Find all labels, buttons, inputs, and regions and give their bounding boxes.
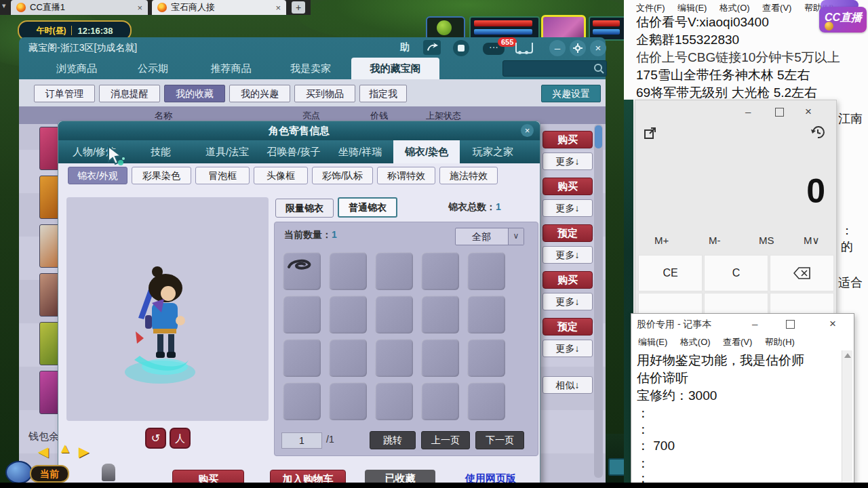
scrollbar-thumb[interactable]	[595, 125, 602, 148]
browser-tab-cc-live[interactable]: CC直播1 ×	[11, 0, 148, 15]
wardrobe-cell-empty[interactable]	[375, 339, 413, 377]
wardrobe-cell-empty[interactable]	[329, 252, 367, 290]
browser-tab-gem-trader[interactable]: 宝石商人接 ×	[152, 0, 286, 15]
search-input[interactable]	[502, 60, 607, 77]
menu-format[interactable]: 格式(O)	[680, 337, 711, 347]
keep-on-top-icon[interactable]	[644, 126, 657, 140]
menu-edit[interactable]: 编辑(E)	[677, 3, 707, 13]
jump-page-button[interactable]: 跳转	[370, 431, 416, 449]
wardrobe-cell-empty[interactable]	[421, 339, 459, 377]
wardrobe-cell-empty[interactable]	[467, 382, 505, 420]
subnav-my-interests[interactable]: 我的兴趣	[229, 85, 290, 102]
row-buy-button[interactable]: 购买	[542, 178, 593, 195]
tab-skills[interactable]: 技能	[127, 140, 194, 163]
wardrobe-cell-empty[interactable]	[421, 252, 459, 290]
wardrobe-cell-empty[interactable]	[467, 296, 505, 333]
subnav-bought-items[interactable]: 买到物品	[294, 85, 355, 102]
close-button[interactable]: ×	[590, 40, 606, 56]
tab-pets[interactable]: 召唤兽/孩子	[260, 140, 327, 163]
wardrobe-cell-empty[interactable]	[283, 339, 321, 377]
calc-minimize-button[interactable]: –	[745, 106, 751, 117]
share-icon[interactable]	[423, 40, 441, 55]
backspace-key[interactable]	[770, 255, 834, 291]
tab-items[interactable]: 道具/法宝	[194, 140, 260, 163]
use-web-version-link[interactable]: 使用网页版	[465, 472, 516, 483]
calc-key-partial[interactable]	[638, 293, 703, 314]
wardrobe-cell-empty[interactable]	[283, 296, 321, 333]
filter-dropdown[interactable]: 全部 ∨	[455, 228, 524, 245]
subtab-wardrobe-appearance[interactable]: 锦衣/外观	[68, 167, 127, 184]
notepad-maximize-button[interactable]	[786, 320, 795, 329]
subnav-assigned-to-me[interactable]: 指定我	[359, 85, 407, 102]
nav-my-cbg[interactable]: 我的藏宝阁	[351, 58, 439, 79]
wardrobe-cell-empty[interactable]	[375, 252, 413, 290]
nav-public-period[interactable]: 公示期	[117, 58, 189, 79]
new-tab-button[interactable]: +	[292, 1, 305, 14]
menu-view[interactable]: 查看(V)	[723, 337, 752, 347]
nav-browse-goods[interactable]: 浏览商品	[39, 58, 114, 79]
row-more-button[interactable]: 更多↓	[542, 152, 593, 170]
pose-model-button[interactable]: 人	[170, 428, 191, 449]
memory-subtract-button[interactable]: M-	[709, 235, 721, 246]
notepad-scrollbar[interactable]	[842, 350, 852, 482]
subtab-team-badge[interactable]: 彩饰/队标	[312, 167, 373, 184]
row-more-button[interactable]: 更多↓	[542, 293, 593, 310]
row-similar-button[interactable]: 相似↓	[542, 376, 593, 394]
limited-clothes-tab[interactable]: 限量锦衣	[275, 199, 334, 218]
memory-add-button[interactable]: M+	[654, 235, 669, 246]
tab-close-icon[interactable]: ×	[137, 3, 142, 13]
row-more-button[interactable]: 更多↓	[542, 199, 593, 217]
cart-icon[interactable]	[515, 43, 533, 54]
tab-close-icon[interactable]: ×	[275, 3, 281, 13]
subtab-avatar-frame[interactable]: 头像框	[254, 167, 308, 184]
menu-format[interactable]: 格式(O)	[719, 3, 750, 13]
menu-edit[interactable]: 编辑(E)	[638, 337, 667, 347]
menu-view[interactable]: 查看(V)	[762, 3, 791, 13]
nav-i-am-seller[interactable]: 我是卖家	[273, 58, 348, 79]
arrow-up-icon[interactable]: ▲	[58, 441, 72, 456]
wardrobe-cell-empty[interactable]	[467, 339, 505, 377]
wardrobe-cell-empty[interactable]	[421, 382, 459, 420]
tab-mounts[interactable]: 坐骑/祥瑞	[327, 140, 393, 163]
prev-page-button[interactable]: 上一页	[421, 431, 470, 449]
subtab-title-effect[interactable]: 称谓特效	[377, 167, 435, 184]
current-channel-badge[interactable]: 当前	[30, 465, 69, 483]
page-input[interactable]: 1	[281, 432, 322, 449]
arrow-right-icon[interactable]: ▶	[79, 443, 89, 460]
clear-key[interactable]: C	[704, 255, 768, 291]
wardrobe-cell-empty[interactable]	[329, 296, 367, 333]
wardrobe-cell-empty[interactable]	[329, 339, 367, 377]
settings-gear-button[interactable]	[570, 40, 586, 56]
history-icon[interactable]	[810, 125, 825, 140]
calc-key-partial[interactable]	[704, 293, 768, 314]
minimize-button[interactable]: –	[549, 40, 566, 56]
row-reserve-button[interactable]: 预定	[542, 224, 593, 242]
row-more-button[interactable]: 更多↓	[542, 246, 593, 264]
help-button[interactable]: 助	[400, 41, 410, 54]
subnav-message-alerts[interactable]: 消息提醒	[99, 85, 160, 102]
buy-button[interactable]: 购买	[172, 470, 244, 483]
wardrobe-item-swirl[interactable]	[283, 252, 321, 290]
list-scrollbar[interactable]	[594, 124, 603, 478]
wardrobe-cell-empty[interactable]	[329, 382, 367, 420]
notepad-close-button[interactable]: ×	[829, 317, 836, 331]
tab-home[interactable]: 玩家之家	[460, 140, 526, 163]
subtab-cast-effect[interactable]: 施法特效	[439, 167, 498, 184]
subnav-my-favorites[interactable]: 我的收藏	[164, 85, 225, 102]
menu-file[interactable]: 文件(F)	[636, 3, 665, 13]
add-to-cart-button[interactable]: 加入购物车	[270, 470, 346, 483]
wardrobe-cell-empty[interactable]	[375, 296, 413, 333]
subtab-dye[interactable]: 彩果染色	[132, 167, 191, 184]
notepad-minimize-button[interactable]: –	[752, 318, 757, 329]
subtab-bubble-frame[interactable]: 冒泡框	[195, 167, 250, 184]
memory-dropdown-button[interactable]: M∨	[804, 235, 819, 247]
wardrobe-cell-empty[interactable]	[467, 252, 505, 290]
wardrobe-cell-empty[interactable]	[283, 382, 321, 420]
row-reserve-button[interactable]: 预定	[542, 318, 593, 336]
menu-help[interactable]: 帮助(H)	[765, 337, 795, 347]
tab-list-dropdown[interactable]: ▾	[2, 1, 6, 10]
rotate-model-button[interactable]: ↺	[145, 428, 166, 449]
scroll-up-arrow[interactable]	[844, 353, 851, 358]
hotbar-icon-tv[interactable]	[608, 458, 624, 476]
calc-close-button[interactable]: ×	[805, 105, 812, 119]
